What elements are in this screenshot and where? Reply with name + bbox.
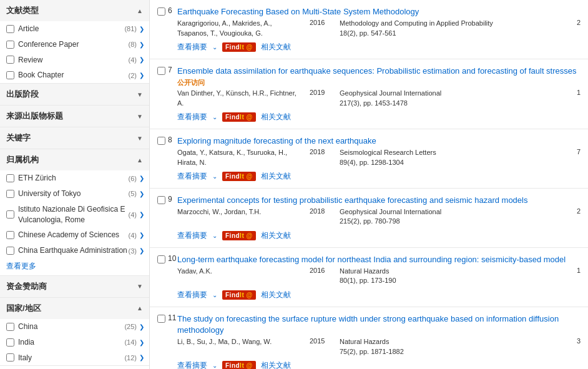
book-chapter-checkbox[interactable] (6, 71, 14, 79)
sidebar-section-source-title-label: 来源出版物标题 (6, 111, 63, 122)
result-checkbox-7[interactable] (157, 67, 165, 75)
result-num-col-10: 10 (157, 254, 172, 263)
review-label: Review (18, 55, 129, 66)
sidebar-item-conference: Conference Paper (8) ❯ (0, 37, 149, 52)
conference-arrow-icon[interactable]: ❯ (139, 41, 144, 48)
findit-button-8[interactable]: FindIt @ (222, 172, 256, 181)
cas-arrow-icon[interactable]: ❯ (139, 232, 144, 239)
sidebar-section-country-label: 国家/地区 (6, 303, 41, 314)
china-arrow-icon[interactable]: ❯ (139, 323, 144, 330)
result-content-6: Earthquake Forecasting Based on Multi-St… (177, 6, 581, 52)
sidebar-section-funding-header[interactable]: 资金赞助商 ▼ (0, 276, 149, 297)
ingv-checkbox[interactable] (6, 210, 14, 219)
conference-checkbox[interactable] (6, 41, 14, 49)
book-chapter-arrow-icon[interactable]: ❯ (139, 72, 144, 79)
result-actions-7: 查看摘要 ⌄ FindIt @ 相关文献 (177, 112, 581, 122)
cas-checkbox[interactable] (6, 231, 14, 239)
article-arrow-icon[interactable]: ❯ (139, 26, 144, 32)
see-more-affiliation[interactable]: 查看更多 (0, 258, 149, 275)
related-link-11[interactable]: 相关文献 (261, 360, 291, 369)
result-title-11[interactable]: The study on forecasting the surface rup… (177, 313, 581, 336)
utokyo-checkbox[interactable] (6, 190, 14, 198)
findit-button-10[interactable]: FindIt @ (222, 290, 256, 300)
related-link-7[interactable]: 相关文献 (261, 112, 291, 122)
eth-count: (6) (129, 175, 137, 182)
abstract-arrow-6: ⌄ (212, 44, 217, 51)
abstract-link-8[interactable]: 查看摘要 (177, 171, 207, 182)
result-journal-10: Natural Hazards80(1), pp. 173-190 (340, 267, 561, 286)
india-arrow-icon[interactable]: ❯ (139, 339, 144, 346)
result-meta-11: Li, B., Su, J., Ma, D., Wang, W. 2015 Na… (177, 337, 581, 357)
related-link-9[interactable]: 相关文献 (261, 230, 291, 241)
findit-button-6[interactable]: FindIt @ (222, 42, 256, 52)
abstract-link-10[interactable]: 查看摘要 (177, 290, 207, 300)
sidebar-item-eth: ETH Zürich (6) ❯ (0, 170, 149, 186)
result-actions-6: 查看摘要 ⌄ FindIt @ 相关文献 (177, 42, 581, 52)
cea-count: (3) (129, 247, 137, 255)
review-arrow-icon[interactable]: ❯ (139, 56, 144, 63)
utokyo-arrow-icon[interactable]: ❯ (139, 190, 144, 197)
result-checkbox-10[interactable] (157, 255, 165, 263)
abstract-link-6[interactable]: 查看摘要 (177, 42, 207, 52)
result-citations-6: 2 (568, 19, 581, 38)
india-checkbox[interactable] (6, 338, 14, 347)
result-content-10: Long-term earthquake forecasting model f… (177, 254, 581, 300)
eth-checkbox[interactable] (6, 174, 14, 182)
abstract-arrow-10: ⌄ (212, 292, 217, 298)
abstract-link-9[interactable]: 查看摘要 (177, 230, 207, 241)
sidebar-item-india: India (14) ❯ (0, 335, 149, 350)
result-journal-7: Geophysical Journal International217(3),… (340, 89, 561, 108)
sidebar-section-doc-type-header[interactable]: 文献类型 ▲ (0, 0, 149, 21)
sidebar-section-country-header[interactable]: 国家/地区 ▲ (0, 298, 149, 319)
result-checkbox-8[interactable] (157, 137, 165, 145)
result-title-6[interactable]: Earthquake Forecasting Based on Multi-St… (177, 6, 581, 17)
result-title-8[interactable]: Exploring magnitude forecasting of the n… (177, 135, 581, 147)
result-content-9: Experimental concepts for testing probab… (177, 195, 581, 241)
related-link-8[interactable]: 相关文献 (261, 171, 291, 182)
related-link-10[interactable]: 相关文献 (261, 290, 291, 300)
conference-label: Conference Paper (18, 39, 129, 50)
findit-button-11[interactable]: FindIt @ (222, 361, 256, 369)
review-checkbox[interactable] (6, 56, 14, 64)
findit-button-7[interactable]: FindIt @ (222, 112, 256, 122)
result-title-7[interactable]: Ensemble data assimilation for earthquak… (177, 66, 581, 77)
result-title-10[interactable]: Long-term earthquake forecasting model f… (177, 254, 581, 265)
ingv-count: (4) (129, 211, 137, 219)
related-link-6[interactable]: 相关文献 (261, 42, 291, 52)
sidebar-section-source-title-header[interactable]: 来源出版物标题 ▼ (0, 106, 149, 127)
result-citations-7: 1 (568, 89, 581, 108)
sidebar-item-china: China (25) ❯ (0, 319, 149, 335)
result-actions-8: 查看摘要 ⌄ FindIt @ 相关文献 (177, 171, 581, 182)
result-journal-9: Geophysical Journal International215(2),… (340, 207, 561, 227)
abstract-link-7[interactable]: 查看摘要 (177, 112, 207, 122)
result-checkbox-11[interactable] (157, 315, 165, 323)
result-meta-9: Marzocchi, W., Jordan, T.H. 2018 Geophys… (177, 207, 581, 227)
sidebar-section-funding-label: 资金赞助商 (6, 281, 47, 292)
result-meta-7: Van Dinther, Y., Künsch, H.R., Fichtner,… (177, 89, 581, 108)
china-checkbox[interactable] (6, 323, 14, 331)
cea-checkbox[interactable] (6, 247, 14, 255)
result-authors-7: Van Dinther, Y., Künsch, H.R., Fichtner,… (177, 89, 302, 108)
abstract-link-11[interactable]: 查看摘要 (177, 360, 207, 369)
italy-checkbox[interactable] (6, 353, 14, 362)
sidebar-section-pub-stage-header[interactable]: 出版阶段 ▼ (0, 84, 149, 105)
findit-button-9[interactable]: FindIt @ (222, 231, 256, 240)
cea-arrow-icon[interactable]: ❯ (139, 247, 144, 254)
article-checkbox[interactable] (6, 25, 14, 33)
result-citations-8: 7 (568, 148, 581, 167)
sidebar-section-keyword-header[interactable]: 关键字 ▼ (0, 127, 149, 149)
sidebar-section-pub-stage: 出版阶段 ▼ (0, 84, 149, 106)
result-content-11: The study on forecasting the surface rup… (177, 313, 581, 369)
ingv-arrow-icon[interactable]: ❯ (139, 211, 144, 218)
result-meta-10: Yadav, A.K. 2016 Natural Hazards80(1), p… (177, 267, 581, 286)
cea-label: China Earthquake Administration (18, 245, 129, 256)
eth-arrow-icon[interactable]: ❯ (139, 175, 144, 182)
italy-arrow-icon[interactable]: ❯ (139, 354, 144, 361)
result-checkbox-6[interactable] (157, 7, 165, 16)
result-year-10: 2016 (310, 267, 332, 286)
result-checkbox-9[interactable] (157, 196, 165, 204)
utokyo-count: (5) (129, 190, 137, 197)
result-title-9[interactable]: Experimental concepts for testing probab… (177, 195, 581, 206)
sidebar-section-affiliation-header[interactable]: 归属机构 ▲ (0, 149, 149, 170)
result-num-9: 9 (168, 195, 178, 204)
